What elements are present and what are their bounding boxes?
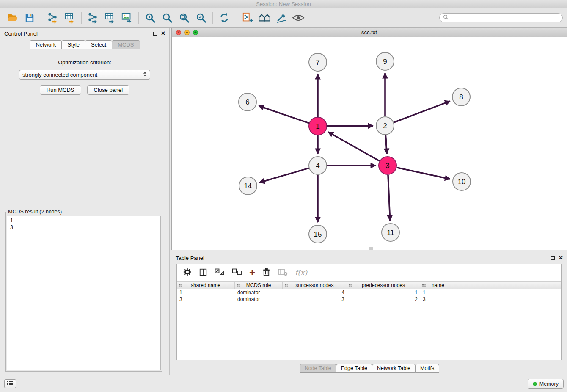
zoom-fit-button[interactable] bbox=[176, 10, 193, 25]
edge-3-to-10[interactable] bbox=[396, 168, 450, 179]
column-header-mcds-role[interactable]: MCDS role bbox=[235, 282, 283, 289]
table-settings-button[interactable] bbox=[183, 268, 192, 278]
node-label: 6 bbox=[245, 98, 249, 106]
import-network-button[interactable] bbox=[44, 10, 61, 25]
toolbar-separator bbox=[138, 12, 139, 24]
import-table-button[interactable] bbox=[61, 10, 78, 25]
save-floppy-icon bbox=[25, 13, 35, 23]
refresh-view-button[interactable] bbox=[216, 10, 233, 25]
houses-icon bbox=[258, 13, 271, 22]
table-panel-header: Table Panel × bbox=[171, 252, 567, 264]
clone-network-button[interactable] bbox=[239, 10, 256, 25]
table-row[interactable]: 1dominator411 bbox=[177, 289, 561, 296]
save-session-button[interactable] bbox=[21, 10, 38, 25]
table-cell: 2 bbox=[347, 296, 420, 302]
network-canvas[interactable]: 7968124314101511 bbox=[172, 37, 567, 250]
tab-node-table[interactable]: Node Table bbox=[300, 364, 336, 373]
node-15[interactable]: 15 bbox=[309, 225, 327, 243]
node-label: 4 bbox=[316, 162, 319, 170]
select-all-button[interactable] bbox=[215, 268, 225, 277]
node-8[interactable]: 8 bbox=[452, 88, 470, 106]
document-network-icon bbox=[242, 12, 253, 23]
export-image-button[interactable] bbox=[118, 10, 135, 25]
node-1[interactable]: 1 bbox=[309, 117, 327, 135]
column-header-predecessor-nodes[interactable]: predecessor nodes bbox=[347, 282, 420, 289]
column-header-shared-name[interactable]: shared name bbox=[177, 282, 235, 289]
optimization-criterion-label: Optimization criterion: bbox=[0, 59, 169, 66]
tab-mcds[interactable]: MCDS bbox=[112, 40, 140, 49]
node-7[interactable]: 7 bbox=[309, 53, 327, 71]
apply-style-button[interactable] bbox=[273, 10, 290, 25]
network-overview-button[interactable] bbox=[256, 10, 273, 25]
edge-3-to-1[interactable] bbox=[328, 132, 379, 161]
gear-icon bbox=[183, 268, 192, 278]
zoom-selected-button[interactable] bbox=[193, 10, 209, 25]
open-folder-icon bbox=[7, 13, 19, 23]
node-6[interactable]: 6 bbox=[239, 93, 256, 111]
edge-2-to-8[interactable] bbox=[394, 101, 450, 122]
show-columns-button[interactable] bbox=[199, 268, 207, 278]
close-panel-icon[interactable]: × bbox=[559, 256, 563, 260]
export-table-button[interactable] bbox=[102, 10, 118, 25]
float-panel-icon[interactable] bbox=[153, 32, 157, 36]
run-mcds-button[interactable]: Run MCDS bbox=[40, 85, 81, 95]
memory-button[interactable]: Memory bbox=[528, 379, 564, 389]
mcds-result-list[interactable]: 1 3 bbox=[7, 216, 161, 370]
node-3[interactable]: 3 bbox=[379, 157, 396, 174]
toolbar-separator bbox=[41, 12, 41, 24]
table-header-row: shared nameMCDS rolesuccessor nodesprede… bbox=[177, 281, 561, 289]
canvas-resize-handle[interactable] bbox=[369, 247, 373, 250]
status-bar: Memory bbox=[0, 375, 567, 392]
network-window-titlebar[interactable]: × − + scc.txt bbox=[172, 28, 567, 37]
zoom-out-button[interactable] bbox=[159, 10, 176, 25]
table-panel-title: Table Panel bbox=[176, 255, 204, 261]
deselect-all-button[interactable] bbox=[232, 268, 242, 277]
tab-style[interactable]: Style bbox=[61, 40, 85, 49]
column-attribute-icon bbox=[237, 283, 241, 289]
search-input[interactable] bbox=[451, 15, 559, 21]
column-header-label: MCDS role bbox=[246, 282, 271, 288]
window-controls: × − + bbox=[176, 30, 198, 35]
style-brush-icon bbox=[276, 12, 287, 23]
tab-network-table[interactable]: Network Table bbox=[372, 364, 416, 373]
close-panel-icon[interactable]: × bbox=[161, 31, 165, 36]
control-panel-header: Control Panel × bbox=[0, 28, 169, 39]
node-9[interactable]: 9 bbox=[376, 52, 394, 70]
node-2[interactable]: 2 bbox=[376, 117, 394, 135]
minimize-window-icon[interactable]: − bbox=[184, 30, 190, 35]
tab-edge-table[interactable]: Edge Table bbox=[336, 364, 372, 373]
show-graphics-details-button[interactable] bbox=[290, 10, 307, 25]
panel-menu-button[interactable] bbox=[4, 379, 16, 388]
network-graph[interactable]: 7968124314101511 bbox=[172, 37, 567, 250]
float-panel-icon[interactable] bbox=[551, 256, 555, 260]
search-box[interactable] bbox=[439, 13, 563, 22]
tab-motifs[interactable]: Motifs bbox=[415, 364, 439, 373]
add-column-button[interactable]: + bbox=[249, 268, 255, 277]
edge-4-to-14[interactable] bbox=[259, 168, 309, 182]
edge-3-to-11[interactable] bbox=[388, 175, 390, 221]
zoom-in-button[interactable] bbox=[142, 10, 159, 25]
delete-table-button-disabled bbox=[278, 268, 288, 278]
column-header-successor-nodes[interactable]: successor nodes bbox=[283, 282, 347, 289]
table-row[interactable]: 3dominator323 bbox=[177, 296, 561, 303]
control-panel-tabs: NetworkStyleSelectMCDS bbox=[0, 40, 169, 49]
column-header-name[interactable]: name bbox=[420, 282, 456, 289]
edge-1-to-6[interactable] bbox=[259, 106, 309, 123]
maximize-window-icon[interactable]: + bbox=[193, 30, 198, 35]
tab-select[interactable]: Select bbox=[85, 40, 112, 49]
delete-column-button[interactable] bbox=[262, 267, 270, 278]
column-attribute-icon bbox=[422, 283, 426, 289]
node-14[interactable]: 14 bbox=[239, 177, 257, 195]
tab-network[interactable]: Network bbox=[30, 40, 62, 49]
criterion-dropdown[interactable]: strongly connected component bbox=[19, 70, 150, 80]
export-network-button[interactable] bbox=[85, 10, 102, 25]
node-label: 3 bbox=[385, 162, 389, 170]
node-4[interactable]: 4 bbox=[309, 157, 327, 174]
close-window-icon[interactable]: × bbox=[176, 30, 181, 35]
node-10[interactable]: 10 bbox=[453, 173, 471, 190]
edge-1-to-2[interactable] bbox=[327, 126, 373, 126]
open-session-button[interactable] bbox=[4, 10, 21, 25]
node-11[interactable]: 11 bbox=[382, 224, 399, 241]
edge-2-to-3[interactable] bbox=[385, 135, 387, 154]
close-panel-button[interactable]: Close panel bbox=[87, 85, 130, 95]
